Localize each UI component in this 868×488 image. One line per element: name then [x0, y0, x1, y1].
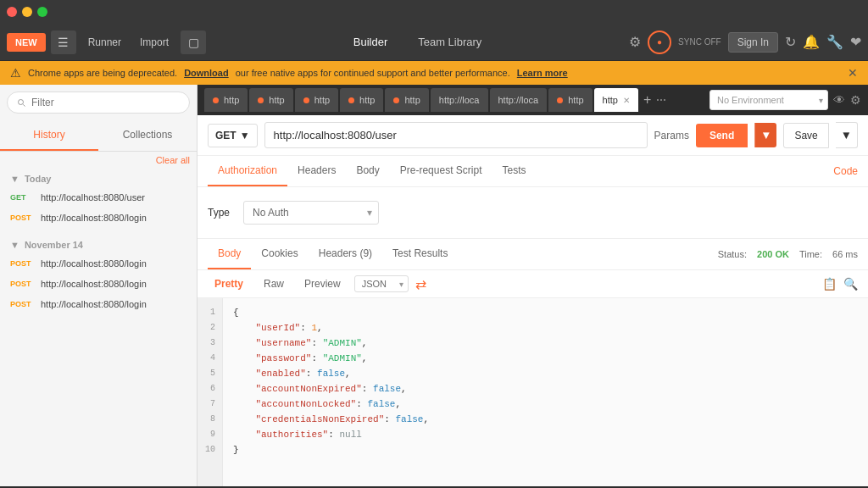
download-link[interactable]: Download [184, 68, 229, 78]
notification-icon[interactable]: 🔔 [803, 34, 820, 50]
url-input[interactable] [264, 122, 648, 148]
tab-dot [557, 97, 563, 103]
code-link[interactable]: Code [833, 165, 858, 177]
response-tab-body[interactable]: Body [208, 239, 251, 269]
code-line: "userId": 1, [233, 320, 858, 336]
preview-format-button[interactable]: Preview [298, 275, 348, 292]
env-settings-icon[interactable]: ⚙ [850, 93, 861, 107]
line-number: 10 [201, 442, 215, 458]
warning-close-button[interactable]: ✕ [848, 66, 858, 80]
add-tab-button[interactable]: + [640, 92, 654, 108]
line-number: 2 [201, 320, 215, 336]
response-toolbar: Pretty Raw Preview JSON ⇄ 📋 🔍 [198, 270, 868, 298]
response-tab-cookies[interactable]: Cookies [251, 239, 308, 269]
clear-all-button[interactable]: Clear all [156, 155, 190, 165]
time-label: Time: [799, 249, 822, 259]
refresh-icon[interactable]: ↻ [785, 34, 796, 50]
search-input[interactable] [7, 92, 190, 114]
learn-more-link[interactable]: Learn more [517, 68, 568, 78]
auth-type-select[interactable]: No Auth [243, 201, 379, 225]
eye-icon[interactable]: 👁 [833, 93, 845, 107]
history-group-nov14-title: ▼ November 14 [0, 235, 197, 253]
main-toolbar: NEW ☰ Runner Import ▢ Builder Team Libra… [0, 24, 868, 61]
tab-dot [258, 97, 264, 103]
tab-item[interactable]: http [204, 88, 248, 112]
tab-authorization[interactable]: Authorization [208, 156, 287, 186]
code-line: "authorities": null [233, 427, 858, 442]
params-button[interactable]: Params [654, 130, 689, 141]
send-dropdown-button[interactable]: ▼ [754, 123, 776, 147]
list-item[interactable]: GET http://localhost:8080/user [0, 187, 197, 208]
response-tab-headers[interactable]: Headers (9) [309, 239, 382, 269]
warning-text: Chrome apps are being deprecated. [28, 68, 177, 78]
signin-button[interactable]: Sign In [728, 32, 778, 53]
request-bar: GET ▼ Params Send ▼ Save ▼ [198, 115, 868, 156]
line-number: 5 [201, 366, 215, 381]
builder-nav[interactable]: Builder [347, 32, 394, 52]
copy-icon[interactable]: 📋 [822, 277, 837, 291]
raw-format-button[interactable]: Raw [257, 275, 291, 292]
pretty-format-button[interactable]: Pretty [208, 275, 250, 292]
tab-close-icon[interactable]: ✕ [623, 96, 630, 105]
auth-section: Type No Auth [198, 187, 868, 239]
response-tabs-bar: Body Cookies Headers (9) Test Results St… [198, 239, 868, 270]
method-select[interactable]: GET ▼ [208, 124, 258, 147]
sidebar-toggle-button[interactable]: ☰ [51, 30, 76, 54]
search-response-icon[interactable]: 🔍 [843, 277, 858, 291]
tab-item[interactable]: http [340, 88, 383, 112]
save-dropdown-button[interactable]: ▼ [836, 122, 858, 148]
close-button[interactable] [7, 7, 17, 17]
tab-item[interactable]: http [385, 88, 428, 112]
maximize-button[interactable] [37, 7, 47, 17]
import-button[interactable]: Import [133, 33, 175, 52]
json-format-select-wrapper: JSON [354, 275, 409, 292]
list-item[interactable]: POST http://localhost:8080/login [0, 274, 197, 294]
env-select-wrapper: No Environment [709, 90, 828, 110]
team-library-nav[interactable]: Team Library [411, 32, 488, 52]
word-wrap-icon[interactable]: ⇄ [415, 276, 426, 292]
line-number: 6 [201, 381, 215, 396]
tab-tests[interactable]: Tests [492, 156, 536, 186]
history-group-today: ▼ Today GET http://localhost:8080/user P… [0, 169, 197, 228]
tab-item-active[interactable]: http ✕ [594, 88, 638, 112]
line-number: 1 [201, 305, 215, 320]
tab-label: http://loca [439, 95, 480, 105]
minimize-button[interactable] [22, 7, 32, 17]
runner-button[interactable]: Runner [81, 33, 128, 52]
line-number: 7 [201, 396, 215, 412]
sidebar-actions: Clear all [0, 152, 197, 169]
method-badge: POST [10, 214, 34, 222]
sync-button[interactable]: ● [648, 30, 671, 54]
history-group-nov14: ▼ November 14 POST http://localhost:8080… [0, 235, 197, 314]
tools-icon[interactable]: 🔧 [826, 34, 843, 50]
send-button[interactable]: Send [696, 124, 748, 147]
tab-prerequest[interactable]: Pre-request Script [390, 156, 492, 186]
history-tab[interactable]: History [0, 120, 98, 151]
tab-item[interactable]: http://loca [490, 88, 548, 112]
environment-select[interactable]: No Environment [709, 90, 828, 110]
tab-item[interactable]: http://loca [431, 88, 488, 112]
response-tab-testresults[interactable]: Test Results [382, 239, 458, 269]
new-button[interactable]: NEW [7, 33, 46, 52]
json-format-select[interactable]: JSON [354, 275, 409, 292]
list-item[interactable]: POST http://localhost:8080/login [0, 253, 197, 274]
tab-item[interactable]: http [249, 88, 292, 112]
time-value: 66 ms [832, 249, 858, 259]
heart-icon[interactable]: ❤ [850, 34, 861, 50]
settings-gear-icon[interactable]: ⚙ [629, 34, 641, 50]
code-line: "accountNonExpired": false, [233, 381, 858, 396]
list-item[interactable]: POST http://localhost:8080/login [0, 294, 197, 314]
tab-item[interactable]: http [548, 88, 592, 112]
tab-body[interactable]: Body [346, 156, 389, 186]
sidebar: History Collections Clear all ▼ Today GE… [0, 85, 198, 486]
save-button[interactable]: Save [783, 123, 828, 148]
list-item[interactable]: POST http://localhost:8080/login [0, 208, 197, 228]
more-tabs-button[interactable]: ⋯ [656, 94, 666, 106]
tab-label: http [314, 95, 330, 105]
method-dropdown-icon: ▼ [240, 130, 250, 141]
tab-item[interactable]: http [295, 88, 338, 112]
tabs-bar: http http http http http http://loca [198, 85, 868, 115]
tab-headers[interactable]: Headers [287, 156, 346, 186]
screen-button[interactable]: ▢ [181, 30, 206, 54]
collections-tab[interactable]: Collections [98, 120, 197, 151]
